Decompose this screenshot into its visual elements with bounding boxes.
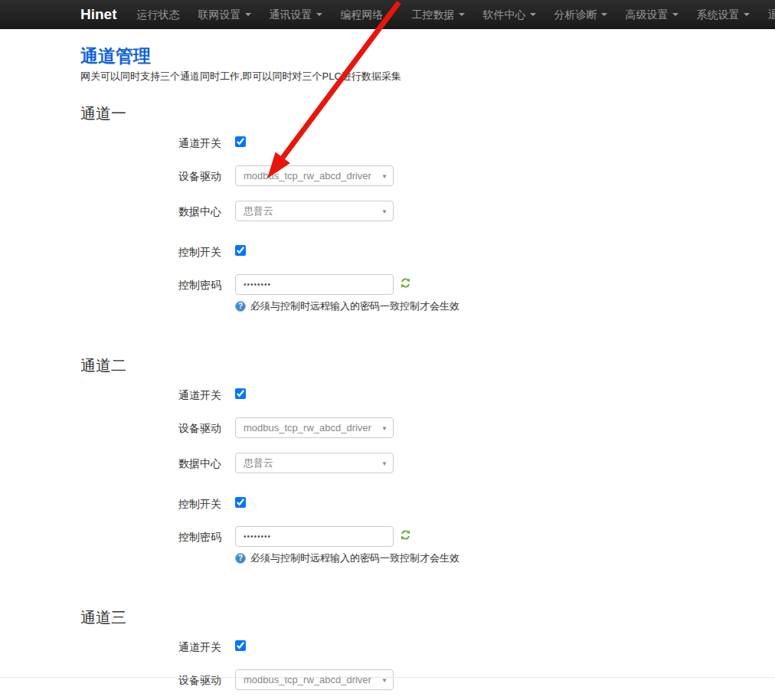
password-help-text: 必须与控制时远程输入的密码一致控制才会生效 — [250, 299, 459, 313]
data-center-select[interactable]: 思普云 ▼ — [235, 201, 394, 221]
channel-switch-checkbox[interactable] — [235, 388, 246, 399]
control-password-row: 控制密码 ? — [80, 274, 775, 313]
nav-item-label: 高级设置 — [626, 0, 669, 29]
nav-item-run-status[interactable]: 运行状态 — [128, 0, 189, 29]
data-center-label: 数据中心 — [80, 453, 221, 471]
page-title: 通道管理 — [80, 46, 775, 66]
control-password-input[interactable] — [235, 274, 394, 295]
nav-item-label: 分析诊断 — [554, 0, 597, 29]
brand-logo[interactable]: Hinet — [80, 0, 117, 29]
channel-switch-label: 通道开关 — [80, 132, 221, 151]
password-help-text: 必须与控制时远程输入的密码一致控制才会生效 — [250, 551, 459, 565]
select-value: 思普云 — [244, 204, 273, 218]
channel-switch-checkbox[interactable] — [235, 640, 246, 651]
control-password-input[interactable] — [235, 526, 394, 547]
nav-item-label: 联网设置 — [198, 0, 241, 29]
password-help: ? 必须与控制时远程输入的密码一致控制才会生效 — [235, 551, 459, 565]
password-help: ? 必须与控制时远程输入的密码一致控制才会生效 — [235, 299, 459, 313]
refresh-icon[interactable] — [400, 277, 411, 292]
select-caret-icon: ▼ — [381, 460, 388, 466]
channel-heading: 通道二 — [80, 356, 775, 375]
nav-item-programming-network[interactable]: 编程网络 — [332, 0, 403, 29]
refresh-icon[interactable] — [400, 529, 411, 544]
control-switch-row: 控制开关 — [80, 241, 775, 260]
channel-heading: 通道一 — [80, 104, 775, 123]
device-driver-row: 设备驱动 modbus_tcp_rw_abcd_driver ▼ — [80, 165, 775, 186]
device-driver-select[interactable]: modbus_tcp_rw_abcd_driver ▼ — [235, 417, 394, 438]
channel-section-2: 通道二 通道开关 设备驱动 modbus_tcp_rw_abcd_driver … — [80, 356, 775, 565]
control-switch-checkbox[interactable] — [235, 245, 246, 256]
nav-item-software-center[interactable]: 软件中心 — [474, 0, 545, 29]
nav-item-label: 软件中心 — [483, 0, 526, 29]
control-password-row: 控制密码 ? — [80, 526, 775, 565]
caret-down-icon — [744, 13, 750, 16]
control-switch-label: 控制开关 — [80, 241, 221, 260]
channel-switch-row: 通道开关 — [80, 132, 775, 151]
nav-item-logout[interactable]: 退出 — [759, 0, 775, 29]
caret-down-icon — [530, 13, 536, 16]
page-subtitle: 网关可以同时支持三个通道同时工作,即可以同时对三个PLC进行数据采集 — [80, 70, 775, 83]
device-driver-select[interactable]: modbus_tcp_rw_abcd_driver ▼ — [235, 165, 394, 186]
channel-heading: 通道三 — [80, 608, 775, 626]
device-driver-row: 设备驱动 modbus_tcp_rw_abcd_driver ▼ — [80, 669, 775, 690]
top-navbar: Hinet 运行状态 联网设置 通讯设置 编程网络 工控数据 软件中心 分析诊断… — [0, 0, 775, 29]
nav-item-analysis-diagnosis[interactable]: 分析诊断 — [545, 0, 616, 29]
select-caret-icon: ▼ — [381, 172, 388, 179]
data-center-label: 数据中心 — [80, 201, 221, 219]
caret-down-icon — [459, 13, 465, 16]
select-caret-icon: ▼ — [381, 424, 388, 431]
select-value: 思普云 — [244, 456, 273, 470]
control-switch-row: 控制开关 — [80, 493, 775, 512]
device-driver-label: 设备驱动 — [80, 165, 221, 184]
nav-item-comm-settings[interactable]: 通讯设置 — [260, 0, 332, 29]
device-driver-row: 设备驱动 modbus_tcp_rw_abcd_driver ▼ — [80, 417, 775, 438]
control-switch-checkbox[interactable] — [235, 497, 246, 508]
nav-item-label: 通讯设置 — [270, 0, 312, 29]
nav-item-advanced-settings[interactable]: 高级设置 — [616, 0, 688, 29]
bottom-divider — [0, 677, 775, 678]
caret-down-icon — [601, 13, 607, 16]
channel-section-1: 通道一 通道开关 设备驱动 modbus_tcp_rw_abcd_driver … — [80, 104, 775, 313]
control-password-label: 控制密码 — [80, 526, 221, 545]
nav-item-label: 工控数据 — [412, 0, 455, 29]
select-caret-icon: ▼ — [381, 208, 388, 214]
channel-switch-row: 通道开关 — [80, 636, 775, 655]
device-driver-label: 设备驱动 — [80, 417, 221, 436]
caret-down-icon — [245, 13, 251, 16]
channel-switch-row: 通道开关 — [80, 384, 775, 403]
caret-down-icon — [388, 13, 394, 16]
channel-switch-checkbox[interactable] — [235, 136, 246, 147]
data-center-select[interactable]: 思普云 ▼ — [235, 453, 394, 473]
select-value: modbus_tcp_rw_abcd_driver — [244, 674, 371, 685]
caret-down-icon — [672, 13, 679, 16]
data-center-row: 数据中心 思普云 ▼ — [80, 201, 775, 221]
main-content: 通道管理 网关可以同时支持三个通道同时工作,即可以同时对三个PLC进行数据采集 … — [0, 46, 775, 690]
nav-item-label: 系统设置 — [697, 0, 740, 29]
help-icon: ? — [235, 553, 246, 564]
device-driver-label: 设备驱动 — [80, 669, 221, 688]
device-driver-select[interactable]: modbus_tcp_rw_abcd_driver ▼ — [235, 669, 394, 690]
select-value: modbus_tcp_rw_abcd_driver — [244, 422, 371, 433]
nav-item-label: 退出 — [768, 0, 775, 29]
nav-item-system-settings[interactable]: 系统设置 — [688, 0, 759, 29]
nav-item-label: 运行状态 — [137, 0, 180, 29]
data-center-row: 数据中心 思普云 ▼ — [80, 453, 775, 473]
nav-item-network-settings[interactable]: 联网设置 — [189, 0, 260, 29]
channel-switch-label: 通道开关 — [80, 384, 221, 403]
nav-item-industrial-data[interactable]: 工控数据 — [403, 0, 474, 29]
select-value: modbus_tcp_rw_abcd_driver — [244, 170, 371, 182]
control-password-label: 控制密码 — [80, 274, 221, 293]
control-switch-label: 控制开关 — [80, 493, 221, 512]
caret-down-icon — [316, 13, 322, 16]
channel-switch-label: 通道开关 — [80, 636, 221, 655]
help-icon: ? — [235, 301, 246, 312]
nav-item-label: 编程网络 — [341, 0, 384, 29]
